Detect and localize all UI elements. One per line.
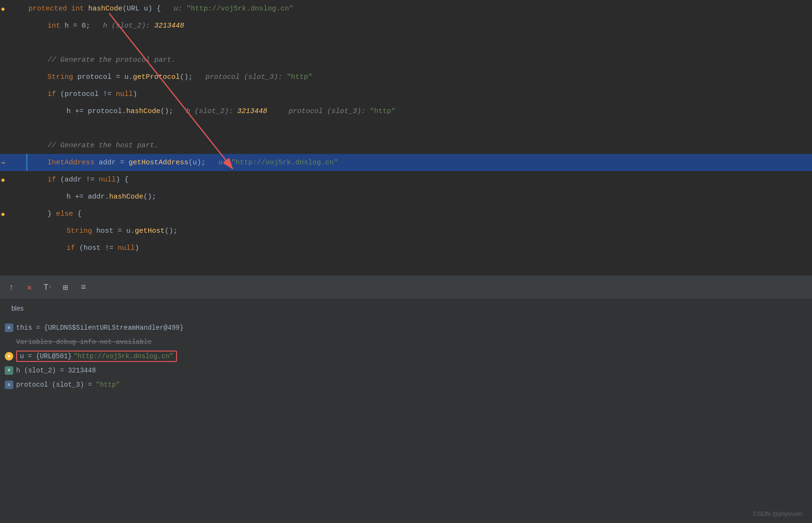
- var-protocol-value: protocol (slot_3) = "http": [16, 381, 120, 389]
- code-editor: ◆protected int hashCode(URL u) { u: "htt…: [0, 0, 812, 276]
- code-content: [28, 39, 33, 47]
- circle-icon: ●: [5, 352, 13, 361]
- code-token: = u.: [112, 73, 133, 81]
- code-line-1: ◆protected int hashCode(URL u) { u: "htt…: [0, 0, 812, 17]
- code-token: InetAddress: [47, 159, 99, 167]
- code-token: hashCode: [109, 193, 143, 201]
- breakpoint-icon: ◆: [1, 210, 5, 218]
- code-token: {: [73, 210, 82, 218]
- code-token: h (slot_2):: [90, 22, 154, 30]
- code-token: // Generate the protocol part.: [47, 56, 176, 64]
- code-line-3: [0, 34, 812, 51]
- code-token: protocol (slot_3):: [193, 73, 287, 81]
- code-line-8: [0, 120, 812, 137]
- debug-panel: ↑ ✕ T↓ ⊞ ≡ bles ≡ this = {URLDNS$SilentU…: [0, 276, 812, 523]
- code-token: getHostAddress: [129, 159, 188, 167]
- code-token: (u);: [188, 159, 205, 167]
- code-token: addr: [99, 159, 116, 167]
- code-token: getHost: [135, 227, 165, 235]
- code-token: String: [66, 227, 96, 235]
- code-token: u:: [161, 5, 187, 13]
- list-item: # h (slot_2) = 3213448: [5, 363, 807, 378]
- code-content: if (protocol != null): [28, 90, 137, 98]
- code-token: protected: [28, 5, 71, 13]
- code-token: u:: [205, 159, 231, 167]
- code-token: getProtocol: [133, 73, 180, 81]
- var-this-value: this = {URLDNS$SilentURLStreamHandler@49…: [16, 324, 184, 332]
- code-token: h: [66, 193, 71, 201]
- variables-list: ≡ this = {URLDNS$SilentURLStreamHandler@…: [0, 318, 812, 395]
- debug-toolbar: ↑ ✕ T↓ ⊞ ≡: [0, 276, 812, 299]
- code-token: h (slot_2):: [173, 107, 237, 115]
- code-token: = u.: [113, 227, 135, 235]
- code-token: 3213448: [154, 22, 184, 30]
- code-content: String protocol = u.getProtocol(); proto…: [28, 73, 312, 81]
- list-item: ● u = {URL@501} "http://voj5rk.dnslog.cn…: [5, 349, 807, 363]
- code-token: (addr !=: [60, 176, 99, 184]
- layout-button[interactable]: ⊞: [59, 281, 72, 294]
- code-token: if: [66, 244, 79, 252]
- code-content: // Generate the host part.: [28, 142, 159, 150]
- code-token: 3213448: [237, 107, 267, 115]
- code-token: "http": [370, 107, 395, 115]
- hash-icon: #: [5, 366, 13, 375]
- eq-icon: ≡: [5, 380, 13, 389]
- code-content: if (addr != null) {: [28, 176, 129, 184]
- code-line-12: h += addr.hashCode();: [0, 188, 812, 205]
- code-token: += protocol.: [71, 107, 126, 115]
- code-token: null: [118, 244, 135, 252]
- current-line-icon: ⇒: [1, 159, 5, 167]
- code-line-2: int h = 0; h (slot_2): 3213448: [0, 17, 812, 34]
- code-line-14: String host = u.getHost();: [0, 222, 812, 239]
- code-line-10: ⇒InetAddress addr = getHostAddress(u); u…: [0, 154, 812, 171]
- code-line-13: ◆} else {: [0, 205, 812, 222]
- code-token: hashCode: [126, 107, 160, 115]
- breakpoint-icon: ◆: [1, 176, 5, 184]
- code-token: int: [71, 5, 88, 13]
- code-token: =: [116, 159, 129, 167]
- breakpoint-icon: ◆: [1, 5, 5, 13]
- more-button[interactable]: ≡: [77, 281, 90, 294]
- code-line-7: h += protocol.hashCode(); h (slot_2): 32…: [0, 103, 812, 120]
- eq-icon: ≡: [5, 323, 13, 332]
- code-token: null: [99, 176, 116, 184]
- var-u-value: u = {URL@501} "http://voj5rk.dnslog.cn": [16, 351, 177, 362]
- code-line-11: ◆if (addr != null) {: [0, 171, 812, 188]
- code-token: ();: [180, 73, 193, 81]
- code-token: "http://voj5rk.dnslog.cn": [231, 159, 338, 167]
- mute-button[interactable]: T↓: [41, 281, 54, 294]
- var-debug-info: Variables debug info not available: [16, 338, 152, 346]
- code-token: protocol: [77, 73, 112, 81]
- code-token: h: [66, 107, 71, 115]
- code-token: protocol (slot_3):: [267, 107, 370, 115]
- code-token: ): [135, 244, 139, 252]
- list-item: Variables debug info not available: [5, 335, 807, 349]
- code-token: null: [116, 90, 133, 98]
- code-content: protected int hashCode(URL u) { u: "http…: [28, 5, 293, 13]
- list-item: ≡ protocol (slot_3) = "http": [5, 378, 807, 392]
- code-token: "http://voj5rk.dnslog.cn": [187, 5, 293, 13]
- code-token: ): [133, 90, 137, 98]
- code-content: String host = u.getHost();: [28, 227, 177, 235]
- code-token: (host !=: [79, 244, 118, 252]
- resume-button[interactable]: ↑: [5, 281, 18, 294]
- code-line-4: // Generate the protocol part.: [0, 51, 812, 68]
- code-line-6: if (protocol != null): [0, 86, 812, 103]
- code-content: // Generate the protocol part.: [28, 56, 176, 64]
- panel-title: bles: [6, 302, 29, 315]
- code-content: int h = 0; h (slot_2): 3213448: [28, 22, 184, 30]
- code-token: ();: [143, 193, 156, 201]
- list-item: ≡ this = {URLDNS$SilentURLStreamHandler@…: [5, 321, 807, 335]
- code-content: } else {: [28, 210, 82, 218]
- code-token: // Generate the host part.: [47, 142, 159, 150]
- watermark: CSDN @jinyouxin: [753, 510, 803, 517]
- code-token: (URL u) {: [122, 5, 161, 13]
- code-token: += addr.: [71, 193, 109, 201]
- code-token: ();: [160, 107, 173, 115]
- code-token: }: [47, 210, 56, 218]
- stop-button[interactable]: ✕: [23, 281, 36, 294]
- code-token: (protocol !=: [60, 90, 116, 98]
- code-content: h += addr.hashCode();: [28, 193, 156, 201]
- code-token: h: [65, 22, 69, 30]
- code-line-15: if (host != null): [0, 239, 812, 257]
